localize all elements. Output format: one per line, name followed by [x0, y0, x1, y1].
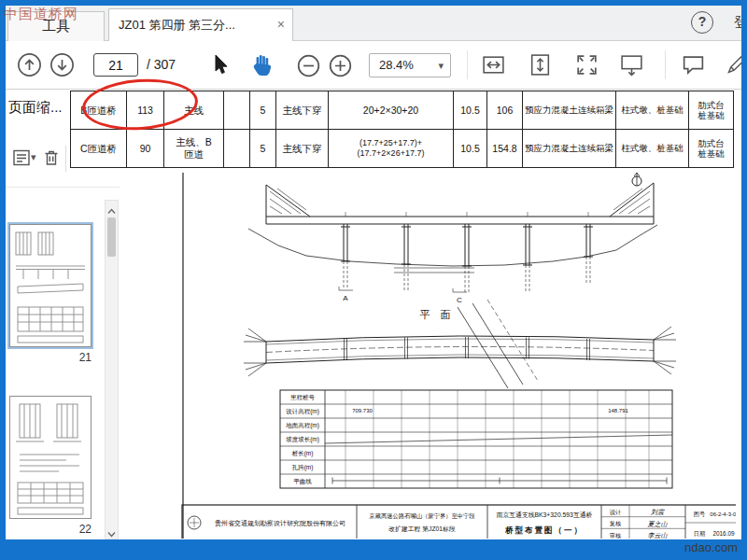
zoom-out-button[interactable] — [297, 54, 320, 81]
profile-table — [280, 390, 672, 488]
trash-icon[interactable] — [41, 147, 62, 172]
tab-bar: 工具 JZ01 第四册 第三分... × ? 登 — [6, 6, 741, 41]
previous-page-button[interactable] — [17, 52, 42, 81]
svg-text:A: A — [343, 294, 348, 302]
svg-text:设计高程(m): 设计高程(m) — [286, 408, 319, 415]
hand-tool-button[interactable] — [250, 52, 275, 81]
fullscreen-button[interactable] — [574, 52, 599, 81]
elevation-labels: A C — [343, 294, 462, 304]
svg-text:坡度坡长(m): 坡度坡长(m) — [285, 436, 319, 443]
close-icon[interactable]: × — [277, 9, 285, 40]
table-row: C匝道桥 90 主线、B 匝道 5 主线下穿 (17.7+25+17.7)+ (… — [71, 130, 734, 168]
svg-text:平曲线: 平曲线 — [293, 478, 312, 485]
svg-text:148.791: 148.791 — [608, 408, 628, 413]
chevron-down-icon: ▾ — [438, 54, 444, 77]
bridge-drawing: A C 平 面 — [65, 171, 736, 539]
zoom-in-button[interactable] — [329, 54, 352, 81]
fit-width-button[interactable] — [481, 52, 506, 81]
svg-text:夏之山: 夏之山 — [648, 521, 669, 528]
svg-text:06-2-4-3-03: 06-2-4-3-03 — [710, 511, 736, 517]
zoom-level-select[interactable]: 28.4% ▾ — [369, 53, 451, 77]
presentation-mode-button[interactable] — [619, 52, 644, 81]
toolbar: / 307 28.4% ▾ — [6, 41, 741, 90]
chevron-down-icon[interactable]: ▾ — [31, 151, 36, 163]
svg-text:日期: 日期 — [694, 530, 705, 538]
pen-tool-button[interactable] — [725, 52, 741, 80]
tab-document[interactable]: JZ01 第四册 第三分... × — [108, 8, 293, 41]
plan-view — [244, 300, 676, 388]
svg-text:改扩建工程 第JZ01标段: 改扩建工程 第JZ01标段 — [388, 525, 456, 533]
fit-page-button[interactable] — [528, 52, 553, 81]
svg-text:李云山: 李云山 — [648, 532, 669, 539]
thumbnails-panel-title: 页面缩... — [8, 99, 63, 117]
drawing-title: 南京互通支线BK3+320.593互通桥 — [497, 511, 593, 519]
svg-text:设计: 设计 — [610, 509, 622, 515]
project-name: 京藏高速公路石嘴山（蒙宁界）至中宁段 — [369, 512, 474, 520]
help-icon[interactable]: ? — [691, 11, 713, 34]
svg-text:地面高程(m): 地面高程(m) — [286, 422, 319, 429]
thumbnail-options-icon[interactable] — [11, 147, 32, 172]
svg-text:图号: 图号 — [694, 511, 705, 518]
profile-table-labels: 里程桩号 设计高程(m) 地面高程(m) 坡度坡长(m) 桩长(m) 孔跨(m)… — [285, 394, 628, 485]
svg-text:C: C — [457, 296, 462, 304]
elevation-view — [248, 173, 657, 292]
select-tool-button[interactable] — [210, 53, 231, 79]
company-name: 贵州省交通规划勘察设计研究院股份有限公司 — [215, 519, 345, 527]
svg-text:复核: 复核 — [610, 520, 621, 527]
svg-text:孔跨(m): 孔跨(m) — [291, 464, 314, 471]
svg-text:桩长(m): 桩长(m) — [291, 450, 314, 457]
svg-text:里程桩号: 里程桩号 — [290, 394, 316, 400]
tab-document-label: JZ01 第四册 第三分... — [119, 18, 235, 32]
viewer-area: 页面缩... ▾ 21 — [6, 90, 741, 539]
comment-tool-button[interactable] — [681, 52, 706, 81]
plan-view-label: 平 面 — [419, 309, 454, 320]
page-number-input[interactable] — [93, 53, 138, 77]
toolbar-divider — [467, 50, 468, 79]
toolbar-divider — [665, 50, 666, 79]
svg-text:709.730: 709.730 — [352, 408, 373, 413]
page-count-label: / 307 — [147, 57, 176, 72]
title-block-text: 贵州省交通规划勘察设计研究院股份有限公司 京藏高速公路石嘴山（蒙宁界）至中宁段 … — [215, 509, 736, 539]
url-watermark: ndao.com — [684, 540, 738, 554]
sidebar-divider — [65, 146, 66, 172]
app-window: 中国道桥网 ndao.com 工具 JZ01 第四册 第三分... × ? 登 … — [0, 0, 747, 560]
svg-text:审核: 审核 — [610, 532, 621, 539]
window-body: 工具 JZ01 第四册 第三分... × ? 登 / 307 — [6, 6, 741, 539]
svg-text:刘震: 刘震 — [650, 509, 665, 516]
svg-text:2016.09: 2016.09 — [712, 530, 735, 537]
zoom-level-value: 28.4% — [379, 58, 414, 72]
svg-text:桥型布置图（一）: 桥型布置图（一） — [504, 525, 584, 535]
login-link[interactable]: 登 — [734, 14, 741, 32]
site-watermark: 中国道桥网 — [4, 6, 78, 23]
next-page-button[interactable] — [49, 52, 75, 81]
